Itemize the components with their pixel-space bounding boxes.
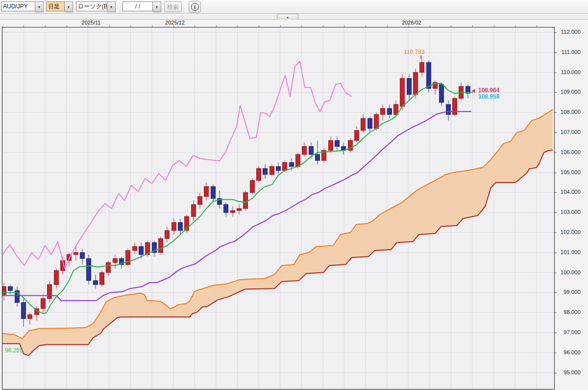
y-axis-label: 111.000 [561,49,581,55]
date-select[interactable]: / / ▼ [122,1,161,11]
y-axis-tick [555,32,557,33]
info-button[interactable]: i [189,1,201,13]
current-price-arrow-icon: ◀ [471,88,475,93]
low-price-label: 96.255 [5,347,23,354]
y-axis-label: 104.000 [561,189,581,195]
y-axis-tick [555,112,557,113]
y-axis-tick [555,333,557,333]
y-axis-tick [555,312,557,313]
y-axis-tick [555,212,557,213]
y-axis-tick [555,92,557,93]
y-axis-tick [555,192,557,193]
date-value[interactable]: / / [122,1,153,11]
high-price-tick [420,55,421,58]
y-axis-label: 105.000 [561,169,581,175]
chevron-down-icon[interactable]: ▼ [107,1,116,12]
y-axis: 112.000111.000110.000109.000108.000107.0… [555,20,588,390]
y-axis-label: 100.000 [561,269,581,275]
y-axis-label: 99.000 [564,289,581,295]
y-axis-label: 98.000 [564,309,581,315]
chevron-down-icon[interactable]: ▼ [35,1,44,12]
candlestick-chart[interactable]: 110.783 ◀ 108.964 108.959 96.255 [2,27,555,390]
y-axis-label: 108.000 [561,109,581,115]
y-axis-label: 107.000 [561,129,581,135]
x-axis-labels: 2025/112025/122026/02 [0,20,555,27]
y-axis-tick [555,292,557,293]
y-axis-label: 101.000 [561,249,581,255]
search-button[interactable]: 検索 [164,1,182,12]
timeframe-select[interactable]: 日足 ▼ [46,1,73,11]
y-axis-label: 103.000 [561,209,581,215]
y-axis-label: 109.000 [561,89,581,95]
toolbar: AUD/JPY ▼ 日足 ▼ ローソク(BID) ▼ / / ▼ 検索 i [0,0,588,14]
y-axis-tick [555,353,557,353]
y-axis-label: 95.000 [564,369,581,375]
y-axis-tick [555,373,557,373]
ask-price-label: 108.959 [478,93,499,100]
chevron-up-icon: ▲ [286,16,289,19]
y-axis-tick [555,233,557,233]
y-axis-label: 112.000 [561,29,581,35]
symbol-select[interactable]: AUD/JPY ▼ [1,1,44,11]
y-axis-label: 97.000 [564,329,581,335]
high-price-label: 110.783 [404,49,425,55]
y-axis-tick [555,73,557,73]
x-axis-label: 2025/11 [82,20,101,26]
y-axis-tick [555,253,557,253]
bid-price-label: 108.964 [478,87,499,94]
chevron-down-icon[interactable]: ▼ [65,1,73,12]
y-axis-tick [555,52,557,53]
symbol-value: AUD/JPY [1,1,35,11]
y-axis-label: 102.000 [561,229,581,235]
chart-type-value: ローソク(BID) [76,1,107,11]
x-axis-label: 2026/02 [402,20,421,26]
x-axis-label: 2025/12 [165,20,185,26]
y-axis-tick [555,153,557,153]
timeframe-value: 日足 [46,1,65,11]
chart-canvas[interactable] [2,27,555,390]
y-axis-label: 110.000 [561,69,581,75]
y-axis-label: 106.000 [561,149,581,155]
y-axis-tick [555,132,557,133]
info-icon: i [191,3,199,11]
y-axis-label: 96.000 [564,349,581,355]
y-axis-tick [555,273,557,273]
chart-type-select[interactable]: ローソク(BID) ▼ [76,1,116,11]
chevron-down-icon[interactable]: ▼ [153,1,161,12]
y-axis-tick [555,173,557,173]
collapse-strip: ▲ [0,13,588,20]
